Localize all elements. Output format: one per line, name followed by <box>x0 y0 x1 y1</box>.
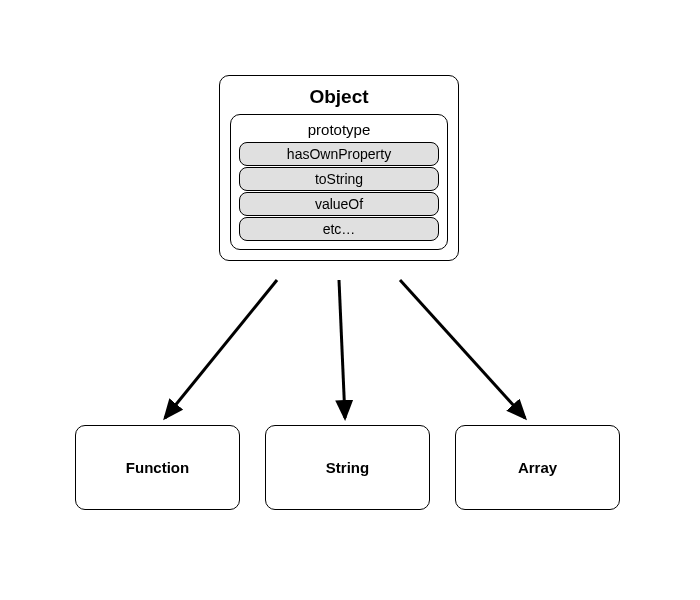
method-etc: etc… <box>239 217 439 241</box>
prototype-label: prototype <box>239 121 439 138</box>
function-box: Function <box>75 425 240 510</box>
method-valueof: valueOf <box>239 192 439 216</box>
arrow-to-string <box>339 280 345 418</box>
method-tostring: toString <box>239 167 439 191</box>
string-label: String <box>326 459 369 476</box>
method-hasownproperty: hasOwnProperty <box>239 142 439 166</box>
arrow-to-array <box>400 280 525 418</box>
object-title: Object <box>230 86 448 108</box>
array-label: Array <box>518 459 557 476</box>
array-box: Array <box>455 425 620 510</box>
string-box: String <box>265 425 430 510</box>
arrow-to-function <box>165 280 277 418</box>
prototype-box: prototype hasOwnProperty toString valueO… <box>230 114 448 250</box>
object-box: Object prototype hasOwnProperty toString… <box>219 75 459 261</box>
function-label: Function <box>126 459 189 476</box>
